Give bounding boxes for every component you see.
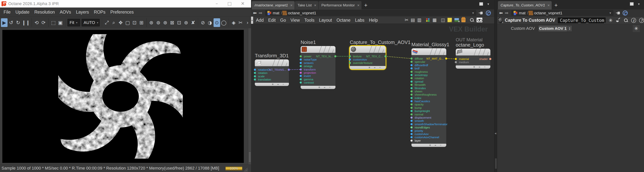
breadcrumb-current[interactable]: octane_vopnet1 — [534, 11, 562, 15]
link-target-icon[interactable] — [486, 10, 491, 16]
search-icon[interactable] — [470, 18, 474, 22]
input-connector-dot[interactable] — [410, 84, 412, 86]
visibility-eye-icon[interactable] — [476, 18, 482, 22]
fit-dropdown[interactable]: Fit▾ — [68, 19, 80, 26]
input-connector-dot[interactable] — [410, 133, 412, 135]
pane-maximize-icon[interactable] — [479, 2, 483, 6]
node-name-field[interactable]: Capture_To_Custom_AOV1 — [558, 18, 606, 23]
zoom-region-button[interactable]: ⌕ — [110, 18, 117, 27]
octane-menu-resolution[interactable]: Resolution — [32, 8, 57, 16]
octane-menu-layers[interactable]: Layers — [74, 8, 92, 16]
window-splitter-left[interactable] — [248, 28, 251, 164]
input-connector-dot[interactable] — [300, 62, 302, 64]
gear-icon[interactable]: ✳ — [608, 18, 613, 23]
collapse-flag-icon[interactable]: − — [440, 144, 442, 147]
sticky-note-icon[interactable] — [448, 18, 452, 22]
tonemap-button[interactable]: ◑ — [206, 18, 213, 27]
checker-grid-icon[interactable]: ▦ — [432, 17, 437, 23]
tree-view-icon[interactable]: ▤ — [411, 17, 415, 23]
tab-close-icon[interactable]: ✕ — [357, 4, 360, 7]
clip-tool-button[interactable]: ✂ — [237, 18, 244, 27]
node-type-icon[interactable]: ▼ — [498, 18, 502, 23]
list-view-icon[interactable]: ▥ — [417, 17, 422, 23]
splitter-grip[interactable] — [249, 152, 250, 162]
search-icon[interactable] — [624, 18, 628, 23]
network-menu-tools[interactable]: Tools — [302, 16, 317, 24]
input-connector-dot[interactable] — [410, 71, 412, 73]
parameter-gear-button[interactable]: ✳ — [633, 25, 640, 32]
input-connector-dot[interactable] — [410, 94, 412, 96]
new-tab-button[interactable]: + — [552, 1, 560, 10]
window-resize-grip[interactable] — [243, 167, 248, 172]
spinner-arrows-icon[interactable]: ▲▼ — [567, 26, 572, 32]
output-connector-dot[interactable] — [445, 58, 447, 60]
node-transform_3d1[interactable]: Transform_3D1rotationOr...NT_TRANS...rot… — [255, 60, 289, 86]
node-body[interactable]: textureNT_TEX_C...customAovoverrideTextu… — [350, 46, 386, 69]
image-viewer-button[interactable]: ▣ — [57, 18, 64, 27]
network-tools-icon[interactable]: ✂ — [405, 17, 408, 23]
network-tab--mat-octane-vopnet1[interactable]: /mat/octane_vopnet1✕ — [252, 1, 294, 10]
region-render-button[interactable]: ▢ — [124, 18, 131, 27]
network-menu-add[interactable]: Add — [254, 16, 266, 24]
input-connector-dot[interactable] — [410, 103, 412, 106]
input-connector-dot[interactable] — [410, 74, 412, 76]
layout-flag-icon[interactable]: ≡ — [429, 144, 431, 147]
splitter-grip[interactable] — [495, 158, 496, 169]
input-connector-dot[interactable] — [300, 78, 302, 80]
output-connector-dot[interactable] — [334, 55, 336, 57]
node-footer-bar[interactable]: ≡=− — [412, 144, 446, 147]
render-image[interactable] — [2, 30, 244, 163]
layout-flag-icon[interactable]: ≡ — [369, 66, 370, 69]
pane-maximize-icon[interactable] — [630, 2, 634, 6]
input-connector-dot[interactable] — [410, 90, 412, 92]
output-connector-dot[interactable] — [384, 55, 386, 57]
render-kernel-3-button[interactable]: ⊛ — [162, 18, 168, 27]
network-menu-go[interactable]: Go — [278, 16, 288, 24]
output-connector-dot[interactable] — [288, 69, 290, 71]
link-target-icon[interactable] — [623, 10, 628, 16]
input-connector-dot[interactable] — [410, 80, 412, 82]
display-flag-icon[interactable]: = — [479, 66, 480, 68]
input-connector-dot[interactable] — [300, 75, 302, 77]
node-header[interactable] — [412, 48, 446, 55]
input-connector-dot[interactable] — [300, 68, 302, 70]
input-connector-dot[interactable] — [410, 113, 412, 116]
node-octane_logo[interactable]: OUT Materialoctane_Logomaterialshadermed… — [456, 49, 490, 69]
network-tab-performance-monitor[interactable]: Performance Monitor✕ — [319, 1, 362, 10]
input-connector-dot[interactable] — [455, 58, 457, 60]
node-body[interactable]: powerNT_TEX_N...noiseTypeoctavesomegatra… — [300, 46, 336, 89]
collapse-flag-icon[interactable]: − — [484, 66, 486, 68]
geometry-export-button[interactable]: ◈ — [230, 18, 237, 27]
input-connector-dot[interactable] — [410, 126, 412, 128]
input-connector-dot[interactable] — [410, 61, 412, 63]
input-connector-dot[interactable] — [300, 55, 302, 57]
layout-flag-icon[interactable]: ≡ — [318, 86, 320, 89]
input-connector-dot[interactable] — [410, 130, 412, 132]
breadcrumb-dropdown-icon[interactable]: ▼ — [472, 12, 474, 14]
pin-pane-icon[interactable] — [479, 10, 484, 16]
input-connector-dot[interactable] — [254, 78, 256, 80]
param-breadcrumb[interactable]: mat 〉 octane_vopnet1 ▼ — [512, 10, 613, 16]
output-connector-dot[interactable] — [489, 58, 491, 60]
node-connection-wire[interactable] — [446, 59, 456, 59]
input-connector-dot[interactable] — [455, 61, 457, 63]
node-header[interactable] — [456, 49, 490, 56]
input-connector-dot[interactable] — [349, 62, 351, 64]
auto-dropdown[interactable]: AUTO▾ — [82, 19, 100, 26]
render-restart-button[interactable]: ↺ — [8, 18, 14, 27]
node-footer-bar[interactable]: ≡=− — [300, 86, 336, 89]
collapse-flag-icon[interactable]: − — [379, 66, 381, 69]
input-connector-dot[interactable] — [254, 75, 256, 77]
input-connector-dot[interactable] — [349, 55, 351, 57]
display-flag-icon[interactable]: = — [324, 86, 325, 89]
display-flag-icon[interactable]: = — [374, 66, 376, 69]
maximize-button[interactable]: □ — [224, 0, 235, 7]
subsample-tiles-button[interactable]: ⊞ — [138, 18, 145, 27]
tab-close-icon[interactable]: ✕ — [290, 4, 292, 7]
input-connector-dot[interactable] — [410, 116, 412, 119]
render-start-button[interactable]: ▶ — [1, 18, 8, 27]
input-connector-dot[interactable] — [410, 77, 412, 79]
network-menu-octane[interactable]: Octane — [334, 16, 353, 24]
render-kernel-7-button[interactable]: ✘ — [190, 18, 196, 27]
input-connector-dot[interactable] — [410, 107, 412, 109]
